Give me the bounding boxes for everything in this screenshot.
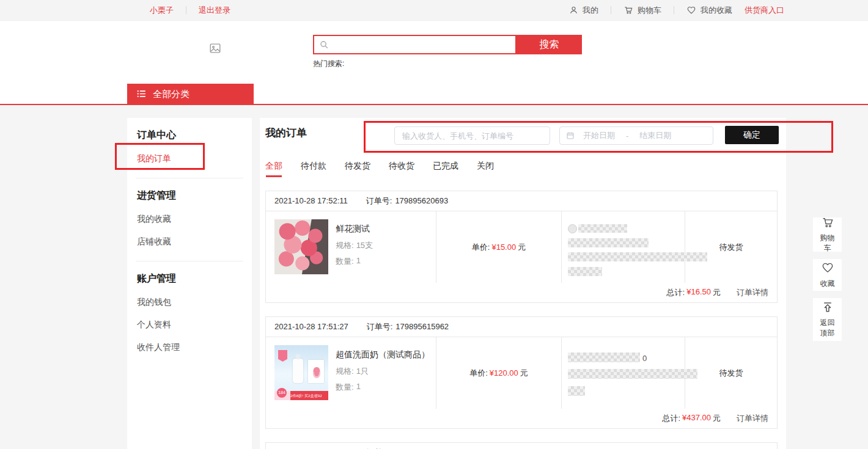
sidebar-item-shop-favorites[interactable]: 店铺收藏 bbox=[137, 236, 242, 247]
sidebar-section-order-center: 订单中心 bbox=[137, 129, 242, 142]
my-account-link[interactable]: 我的 bbox=[569, 5, 598, 16]
tab-pending-receipt[interactable]: 待收货 bbox=[389, 161, 414, 177]
total-value: ¥437.00 bbox=[682, 413, 711, 424]
main-panel: 我的订单 开始日期 - 结束日期 确定 全部 待付款 待发货 待收货 已完成 关… bbox=[260, 118, 786, 449]
order-detail-link[interactable]: 订单详情 bbox=[737, 413, 768, 424]
all-categories-label: 全部分类 bbox=[153, 89, 189, 100]
price-badge: 184 bbox=[277, 388, 287, 398]
product-name[interactable]: 鲜花测试 bbox=[336, 224, 373, 235]
order-card-partial: 2021-10-20 15:38:48 订单号: 179804740471 bbox=[265, 442, 778, 449]
order-status: 待发货 bbox=[685, 337, 777, 409]
logout-link[interactable]: 退出登录 bbox=[199, 5, 230, 16]
divider bbox=[674, 6, 674, 14]
unit-price-label: 单价: bbox=[472, 242, 490, 253]
qty-value: 1 bbox=[356, 256, 361, 267]
broken-image-icon bbox=[208, 42, 222, 55]
confirm-button[interactable]: 确定 bbox=[725, 126, 779, 144]
supplier-entry-link[interactable]: 供货商入口 bbox=[745, 5, 784, 16]
cart-link[interactable]: 购物车 bbox=[623, 5, 661, 16]
unit-price-suffix: 元 bbox=[520, 368, 528, 379]
unit-price-cell: 单价: ¥15.00 元 bbox=[436, 211, 562, 283]
total-label: 总计: bbox=[667, 287, 685, 298]
tab-pending-payment[interactable]: 待付款 bbox=[301, 161, 326, 177]
censored-block bbox=[568, 224, 577, 233]
order-header: 2021-10-28 17:52:11 订单号: 179895620693 bbox=[266, 191, 777, 211]
product-cell: 鲜花测试 规格:15支 数量:1 bbox=[266, 211, 436, 283]
back-to-top-icon bbox=[821, 301, 834, 316]
product-name[interactable]: 超值洗面奶（测试商品） bbox=[336, 349, 430, 360]
float-favorites-button[interactable]: 收藏 bbox=[813, 259, 842, 291]
order-card: 2021-10-28 17:51:27 订单号: 179895615962 bbox=[265, 316, 778, 429]
order-datetime: 2021-10-28 17:52:11 bbox=[274, 191, 348, 211]
qty-value: 1 bbox=[356, 382, 361, 393]
favorites-link[interactable]: 我的收藏 bbox=[686, 5, 732, 16]
spec-label: 规格: bbox=[336, 240, 354, 251]
sidebar-item-my-wallet[interactable]: 我的钱包 bbox=[137, 297, 242, 308]
order-no-label: 订单号: bbox=[366, 191, 392, 211]
censored-block bbox=[578, 224, 627, 233]
order-no: 179804740471 bbox=[395, 443, 449, 449]
order-no: 179895615962 bbox=[395, 317, 449, 337]
censored-block bbox=[568, 369, 697, 379]
total-suffix: 元 bbox=[713, 287, 721, 298]
unit-price-suffix: 元 bbox=[518, 242, 526, 253]
order-status-tabs: 全部 待付款 待发货 待收货 已完成 关闭 bbox=[265, 161, 494, 177]
back-to-top-button[interactable]: 返回顶部 bbox=[813, 298, 842, 341]
username-link[interactable]: 小栗子 bbox=[150, 5, 174, 16]
order-datetime: 2021-10-20 15:38:48 bbox=[274, 443, 348, 449]
order-footer: 总计: ¥16.50 元 订单详情 bbox=[266, 283, 777, 302]
tab-completed[interactable]: 已完成 bbox=[433, 161, 458, 177]
date-separator: - bbox=[626, 131, 628, 141]
sidebar-item-my-favorites[interactable]: 我的收藏 bbox=[137, 214, 242, 225]
page: 小栗子 退出登录 我的 购物车 我的收藏 供货商入口 bbox=[0, 0, 868, 449]
sidebar-item-my-orders[interactable]: 我的订单 bbox=[137, 153, 242, 164]
product-image-flowers[interactable] bbox=[274, 219, 328, 274]
unit-price-cell: 单价: ¥120.00 元 bbox=[436, 337, 562, 409]
heart-icon bbox=[686, 5, 696, 15]
order-detail-link[interactable]: 订单详情 bbox=[737, 287, 768, 298]
divider bbox=[186, 6, 186, 14]
hot-search-label: 热门搜索: bbox=[313, 59, 344, 69]
topbar: 小栗子 退出登录 我的 购物车 我的收藏 供货商入口 bbox=[0, 0, 868, 21]
tab-pending-shipment[interactable]: 待发货 bbox=[345, 161, 370, 177]
user-icon bbox=[569, 5, 578, 15]
order-footer: 总计: ¥437.00 元 订单详情 bbox=[266, 409, 777, 428]
total-value: ¥16.50 bbox=[686, 287, 711, 298]
recipient-cell-censored bbox=[562, 211, 685, 283]
date-range-picker[interactable]: 开始日期 - 结束日期 bbox=[559, 126, 713, 145]
promo-tag bbox=[278, 350, 287, 362]
product-image-cleanser[interactable]: 2件8折! 买2盒省92 184 bbox=[274, 345, 328, 400]
total-label: 总计: bbox=[662, 413, 680, 424]
censored-remnant-text: 0 bbox=[642, 354, 647, 363]
brand-divider-line bbox=[0, 104, 868, 105]
censored-block bbox=[568, 252, 707, 261]
tab-all[interactable]: 全部 bbox=[265, 161, 282, 177]
order-no-label: 订单号: bbox=[367, 317, 393, 337]
all-categories-button[interactable]: 全部分类 bbox=[127, 84, 254, 105]
order-list: 2021-10-28 17:52:11 订单号: 179895620693 鲜花… bbox=[265, 191, 778, 449]
end-date-placeholder: 结束日期 bbox=[639, 130, 671, 141]
order-no-label: 订单号: bbox=[367, 443, 393, 449]
product-cell: 2件8折! 买2盒省92 184 超值洗面奶（测试商品） 规格:1只 数量:1 bbox=[266, 337, 436, 409]
sidebar-item-profile[interactable]: 个人资料 bbox=[137, 319, 242, 330]
recipient-cell-censored: 0 bbox=[562, 337, 685, 409]
order-status: 待发货 bbox=[685, 211, 777, 283]
unit-price-value: ¥15.00 bbox=[491, 243, 516, 252]
total-suffix: 元 bbox=[713, 413, 721, 424]
qty-label: 数量: bbox=[336, 256, 354, 267]
unit-price-label: 单价: bbox=[469, 368, 488, 379]
search-button[interactable]: 搜索 bbox=[517, 35, 582, 54]
spec-value: 15支 bbox=[356, 240, 373, 251]
order-datetime: 2021-10-28 17:51:27 bbox=[274, 317, 348, 337]
float-cart-button[interactable]: 购物车 bbox=[813, 217, 842, 252]
sidebar-item-recipient-management[interactable]: 收件人管理 bbox=[137, 342, 242, 353]
sidebar: 订单中心 我的订单 进货管理 我的收藏 店铺收藏 账户管理 我的钱包 个人资料 … bbox=[127, 118, 252, 449]
calendar-icon bbox=[566, 131, 575, 140]
order-card: 2021-10-28 17:52:11 订单号: 179895620693 鲜花… bbox=[265, 191, 778, 303]
sidebar-section-account-management: 账户管理 bbox=[137, 272, 242, 285]
cart-icon bbox=[821, 216, 834, 231]
order-search-input[interactable] bbox=[394, 126, 550, 145]
censored-block bbox=[568, 386, 585, 396]
search-input[interactable] bbox=[313, 35, 517, 54]
tab-closed[interactable]: 关闭 bbox=[477, 161, 494, 177]
